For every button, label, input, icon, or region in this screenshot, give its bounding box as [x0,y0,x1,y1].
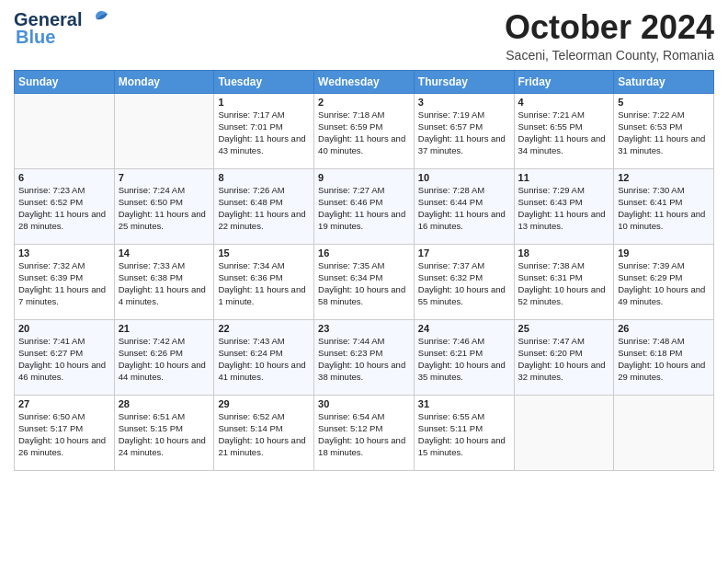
day-cell: 16 Sunrise: 7:35 AM Sunset: 6:34 PM Dayl… [314,244,415,319]
day-number: 25 [518,323,610,334]
day-info: Sunrise: 6:52 AM Sunset: 5:14 PM Dayligh… [218,410,310,459]
daylight-text: Daylight: 11 hours and 25 minutes. [119,209,206,231]
daylight-text: Daylight: 10 hours and 32 minutes. [518,360,606,382]
col-header-sunday: Sunday [15,70,115,93]
sunrise-text: Sunrise: 7:18 AM [318,109,384,120]
sunrise-text: Sunrise: 7:37 AM [418,260,484,270]
sunrise-text: Sunrise: 7:24 AM [119,185,185,195]
sunset-text: Sunset: 6:59 PM [318,121,382,132]
daylight-text: Daylight: 10 hours and 44 minutes. [119,360,206,382]
sunrise-text: Sunrise: 7:41 AM [18,336,85,346]
logo-bird-icon [84,10,109,30]
day-number: 1 [218,97,310,108]
week-row-1: 1 Sunrise: 7:17 AM Sunset: 7:01 PM Dayli… [15,93,714,168]
sunrise-text: Sunrise: 7:33 AM [119,260,185,270]
day-number: 18 [518,247,610,259]
daylight-text: Daylight: 11 hours and 10 minutes. [618,209,705,231]
week-row-2: 6 Sunrise: 7:23 AM Sunset: 6:52 PM Dayli… [15,168,714,244]
sunset-text: Sunset: 6:24 PM [218,348,282,358]
day-cell: 23 Sunrise: 7:44 AM Sunset: 6:23 PM Dayl… [314,319,415,395]
header-row: SundayMondayTuesdayWednesdayThursdayFrid… [15,70,714,93]
day-info: Sunrise: 7:27 AM Sunset: 6:46 PM Dayligh… [318,184,410,233]
day-info: Sunrise: 6:55 AM Sunset: 5:11 PM Dayligh… [418,410,510,459]
day-info: Sunrise: 7:28 AM Sunset: 6:44 PM Dayligh… [418,184,510,233]
sunrise-text: Sunrise: 7:23 AM [18,185,85,195]
calendar-page: General Blue October 2024 Saceni, Teleor… [0,0,728,563]
day-number: 8 [218,172,310,183]
daylight-text: Daylight: 10 hours and 41 minutes. [218,360,305,382]
day-cell: 30 Sunrise: 6:54 AM Sunset: 5:12 PM Dayl… [314,395,415,470]
sunset-text: Sunset: 5:14 PM [218,423,282,433]
sunrise-text: Sunrise: 6:51 AM [119,411,185,421]
day-number: 28 [119,398,210,409]
day-info: Sunrise: 7:30 AM Sunset: 6:41 PM Dayligh… [618,184,710,233]
month-title: October 2024 [505,9,714,46]
sunrise-text: Sunrise: 7:17 AM [218,109,284,120]
sunrise-text: Sunrise: 7:35 AM [318,260,384,270]
sunrise-text: Sunrise: 7:48 AM [618,336,684,346]
sunset-text: Sunset: 6:20 PM [518,348,583,358]
day-cell: 8 Sunrise: 7:26 AM Sunset: 6:48 PM Dayli… [214,168,314,244]
day-cell [514,395,614,470]
day-cell: 6 Sunrise: 7:23 AM Sunset: 6:52 PM Dayli… [15,168,115,244]
sunset-text: Sunset: 6:29 PM [618,272,682,282]
sunset-text: Sunset: 5:17 PM [18,423,83,433]
sunrise-text: Sunrise: 7:30 AM [618,185,684,195]
day-info: Sunrise: 7:18 AM Sunset: 6:59 PM Dayligh… [318,109,410,157]
week-row-5: 27 Sunrise: 6:50 AM Sunset: 5:17 PM Dayl… [15,395,714,470]
week-row-4: 20 Sunrise: 7:41 AM Sunset: 6:27 PM Dayl… [15,319,714,395]
day-number: 13 [18,247,110,259]
day-cell: 7 Sunrise: 7:24 AM Sunset: 6:50 PM Dayli… [114,168,214,244]
day-cell [15,93,115,168]
day-number: 6 [18,172,110,183]
day-info: Sunrise: 7:41 AM Sunset: 6:27 PM Dayligh… [18,335,110,384]
daylight-text: Daylight: 10 hours and 55 minutes. [418,284,506,306]
sunset-text: Sunset: 6:55 PM [518,121,583,132]
sunrise-text: Sunrise: 7:43 AM [218,336,284,346]
day-cell: 11 Sunrise: 7:29 AM Sunset: 6:43 PM Dayl… [514,168,614,244]
day-cell: 13 Sunrise: 7:32 AM Sunset: 6:39 PM Dayl… [15,244,115,319]
day-cell: 4 Sunrise: 7:21 AM Sunset: 6:55 PM Dayli… [514,93,614,168]
sunrise-text: Sunrise: 7:32 AM [18,260,85,270]
sunset-text: Sunset: 6:38 PM [119,272,183,282]
sunset-text: Sunset: 5:15 PM [119,423,183,433]
day-number: 12 [618,172,710,183]
day-cell: 25 Sunrise: 7:47 AM Sunset: 6:20 PM Dayl… [514,319,614,395]
day-number: 31 [418,398,510,409]
day-number: 14 [119,247,210,259]
sunset-text: Sunset: 6:31 PM [518,272,583,282]
day-cell: 26 Sunrise: 7:48 AM Sunset: 6:18 PM Dayl… [614,319,714,395]
day-cell: 24 Sunrise: 7:46 AM Sunset: 6:21 PM Dayl… [414,319,514,395]
sunset-text: Sunset: 6:52 PM [18,197,83,207]
sunset-text: Sunset: 6:53 PM [618,121,682,132]
day-info: Sunrise: 7:24 AM Sunset: 6:50 PM Dayligh… [119,184,210,233]
sunset-text: Sunset: 6:48 PM [218,197,282,207]
sunset-text: Sunset: 6:36 PM [218,272,282,282]
sunset-text: Sunset: 6:21 PM [418,348,483,358]
sunset-text: Sunset: 6:39 PM [18,272,83,282]
day-cell: 21 Sunrise: 7:42 AM Sunset: 6:26 PM Dayl… [114,319,214,395]
daylight-text: Daylight: 11 hours and 1 minute. [218,284,305,306]
logo: General Blue [14,9,109,48]
sunset-text: Sunset: 6:27 PM [18,348,83,358]
sunset-text: Sunset: 6:44 PM [418,197,483,207]
sunrise-text: Sunrise: 7:47 AM [518,336,585,346]
day-cell: 2 Sunrise: 7:18 AM Sunset: 6:59 PM Dayli… [314,93,415,168]
day-info: Sunrise: 7:17 AM Sunset: 7:01 PM Dayligh… [218,109,310,157]
day-info: Sunrise: 7:35 AM Sunset: 6:34 PM Dayligh… [318,259,410,308]
col-header-saturday: Saturday [614,70,714,93]
day-number: 17 [418,247,510,259]
calendar-table: SundayMondayTuesdayWednesdayThursdayFrid… [14,70,714,471]
day-info: Sunrise: 7:43 AM Sunset: 6:24 PM Dayligh… [218,335,310,384]
location-subtitle: Saceni, Teleorman County, Romania [505,48,714,63]
week-row-3: 13 Sunrise: 7:32 AM Sunset: 6:39 PM Dayl… [15,244,714,319]
day-number: 10 [418,172,510,183]
day-cell: 9 Sunrise: 7:27 AM Sunset: 6:46 PM Dayli… [314,168,415,244]
daylight-text: Daylight: 11 hours and 28 minutes. [18,209,106,231]
sunrise-text: Sunrise: 6:54 AM [318,411,384,421]
sunrise-text: Sunrise: 7:39 AM [618,260,684,270]
day-number: 19 [618,247,710,259]
day-info: Sunrise: 7:34 AM Sunset: 6:36 PM Dayligh… [218,259,310,308]
daylight-text: Daylight: 11 hours and 40 minutes. [318,133,405,155]
day-info: Sunrise: 7:39 AM Sunset: 6:29 PM Dayligh… [618,259,710,308]
